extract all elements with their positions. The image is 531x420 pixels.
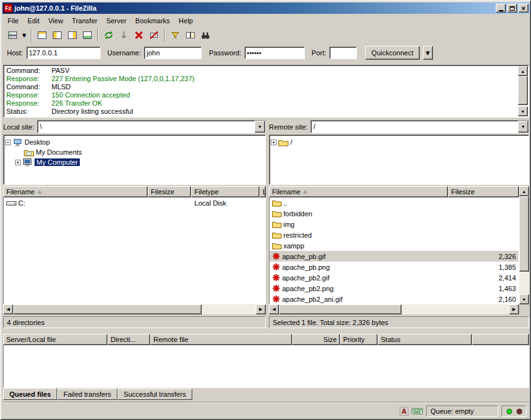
scroll-thumb[interactable] [279,304,402,314]
menu-server[interactable]: Server [102,16,131,26]
datatype-indicator-icon[interactable]: A [400,407,408,416]
file-row[interactable]: C: Local Disk [4,197,265,208]
scroll-up-button[interactable]: ▲ [518,66,528,76]
chevron-down-icon[interactable]: ▼ [255,121,265,133]
local-list-header: Filename Filesize Filetype L [3,186,266,197]
column-header-lastmodified[interactable]: L [260,186,266,197]
column-header-filesize[interactable]: Filesize [448,186,519,197]
column-header-direction[interactable]: Directi... [107,334,150,345]
expand-expander[interactable] [271,140,276,145]
file-row[interactable]: apache_pb2_ani.gif 2,160 [270,294,518,304]
remote-site-combobox[interactable]: / ▼ [310,120,529,133]
file-row[interactable]: apache_pb.png 1,385 [270,262,518,272]
site-manager-dropdown-button[interactable]: ▼ [20,28,28,42]
transfer-queue-list[interactable] [3,345,529,388]
svg-text:A: A [402,407,407,415]
column-header-status[interactable]: Status [378,334,472,345]
menu-view[interactable]: View [44,16,68,26]
toggle-queue-button[interactable] [80,28,95,42]
file-row[interactable]: forbidden [270,208,518,219]
column-header-remote-file[interactable]: Remote file [150,334,292,345]
speedlimit-indicator-icon[interactable] [412,407,423,415]
file-size [449,197,518,208]
column-header-filename[interactable]: Filename [269,186,448,197]
compare-icon [185,30,195,40]
scroll-left-button[interactable]: ◀ [3,304,13,314]
file-row[interactable]: apache_pb2.gif 2,414 [270,272,518,283]
file-row-selected[interactable]: apache_pb.gif 2,326 [270,251,518,262]
tab-failed-transfers[interactable]: Failed transfers [57,389,118,400]
column-header-server-local-file[interactable]: Server/Local file [3,334,107,345]
column-label: Filename [272,188,300,196]
message-log[interactable]: Command:PASV Response:227 Entering Passi… [3,65,529,118]
tree-item-root[interactable]: / [271,137,527,147]
column-header-filesize[interactable]: Filesize [148,186,191,197]
menu-edit[interactable]: Edit [23,16,44,26]
maximize-button[interactable] [507,4,517,13]
toolbar-separator [164,29,165,41]
toggle-log-button[interactable] [35,28,50,42]
minimize-button[interactable] [496,4,506,13]
menu-file[interactable]: File [3,16,23,26]
password-input[interactable] [244,47,305,59]
quickconnect-button[interactable]: Quickconnect [365,46,420,60]
port-input[interactable] [329,47,357,59]
collapse-expander[interactable] [5,140,11,145]
column-header-size[interactable]: Size [292,334,340,345]
process-queue-button[interactable] [116,28,131,42]
remote-list-hscrollbar[interactable]: ◀ ▶ [269,304,519,314]
column-header-filetype[interactable]: Filetype [191,186,260,197]
toggle-local-tree-button[interactable] [50,28,65,42]
site-manager-button[interactable] [5,28,20,42]
quickconnect-dropdown-button[interactable]: ▼ [423,46,433,60]
filter-icon [170,30,180,40]
log-line: Status:Directory listing successful [4,108,528,116]
find-files-button[interactable] [198,28,213,42]
host-input[interactable] [26,47,101,59]
file-lastmodified [260,197,265,208]
file-name: apache_pb.gif [282,253,326,260]
tree-item-desktop[interactable]: Desktop [5,137,264,147]
file-row[interactable]: restricted [270,229,518,240]
file-row[interactable]: .. [270,197,518,208]
scroll-up-button[interactable]: ▲ [519,186,529,196]
column-header-filename[interactable]: Filename [3,186,148,197]
tab-label: Failed transfers [63,390,111,398]
local-list-hscrollbar[interactable]: ◀ ▶ [3,304,266,314]
close-button[interactable]: × [518,4,528,13]
scroll-thumb[interactable] [519,196,529,272]
disconnect-button[interactable] [146,28,161,42]
scroll-thumb[interactable] [518,76,528,105]
column-header-spacer [472,334,529,345]
menu-bookmarks[interactable]: Bookmarks [131,16,174,26]
tab-successful-transfers[interactable]: Successful transfers [118,389,192,400]
scroll-left-button[interactable]: ◀ [269,304,279,314]
title-bar[interactable]: Fz john@127.0.0.1 - FileZilla × [3,3,530,14]
scroll-right-button[interactable]: ▶ [509,304,519,314]
file-row[interactable]: xampp [270,240,518,251]
tree-item-my-computer[interactable]: My Computer [5,157,264,167]
file-row[interactable]: apache_pb2.png 1,463 [270,283,518,294]
scroll-right-button[interactable]: ▶ [256,304,266,314]
menu-transfer[interactable]: Transfer [67,16,102,26]
tree-item-my-documents[interactable]: My Documents [5,147,264,157]
status-bar: A Queue: empty [3,402,530,419]
directory-comparison-button[interactable] [183,28,198,42]
scroll-down-button[interactable]: ▼ [519,294,529,304]
refresh-button[interactable] [101,28,116,42]
filter-button[interactable] [168,28,183,42]
column-header-priority[interactable]: Priority [340,334,378,345]
username-input[interactable] [144,47,202,59]
local-site-combobox[interactable]: \ ▼ [37,120,266,133]
expand-expander[interactable] [15,160,21,165]
remote-list-vscrollbar[interactable]: ▲ ▼ [519,186,529,304]
scroll-thumb[interactable] [13,304,202,314]
scroll-down-button[interactable]: ▼ [518,106,528,116]
tab-queued-files[interactable]: Queued files [3,388,57,400]
menu-help[interactable]: Help [174,16,197,26]
cancel-button[interactable] [131,28,146,42]
file-row[interactable]: img [270,219,518,229]
toggle-remote-tree-button[interactable] [65,28,80,42]
chevron-down-icon[interactable]: ▼ [518,121,528,133]
log-scrollbar[interactable]: ▲ ▼ [518,66,528,116]
